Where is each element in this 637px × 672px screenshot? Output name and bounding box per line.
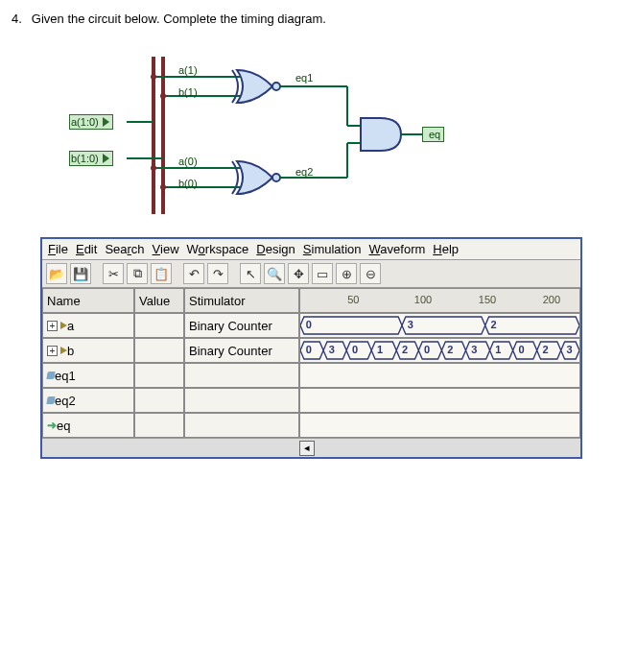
select-icon[interactable]: ▭ — [312, 263, 333, 284]
ruler-tick-150: 150 — [479, 294, 496, 305]
bus-value: 3 — [567, 344, 573, 355]
signal-name-eq1[interactable]: eq1 — [42, 363, 134, 388]
toolbar: 📂 💾 ✂ ⧉ 📋 ↶ ↷ ↖ 🔍 ✥ ▭ ⊕ ⊖ — [42, 260, 580, 288]
wave-icon — [46, 372, 55, 379]
wire-a0-label: a(0) — [178, 156, 198, 167]
paste-icon[interactable]: 📋 — [151, 263, 172, 284]
signal-value-eq2[interactable] — [134, 388, 184, 413]
open-icon[interactable]: 📂 — [46, 263, 67, 284]
svg-point-19 — [151, 165, 156, 171]
port-b: b(1:0) — [69, 151, 113, 166]
bus-value: 3 — [329, 344, 335, 355]
menubar: File Edit Search View Workspace Design S… — [42, 239, 580, 260]
signal-row-eq: ➜ eq — [42, 413, 580, 438]
signal-stim-eq[interactable] — [184, 413, 299, 438]
zoom-out-icon[interactable]: ⊖ — [360, 263, 381, 284]
menu-edit[interactable]: Edit — [76, 242, 97, 256]
menu-file[interactable]: File — [48, 242, 68, 256]
svg-point-9 — [272, 174, 280, 181]
port-eq-label: eq — [429, 129, 440, 140]
ruler-tick-50: 50 — [347, 294, 359, 305]
menu-workspace[interactable]: Workspace — [187, 242, 249, 256]
time-ruler[interactable]: 50 100 150 200 — [299, 288, 580, 313]
wave-eq2[interactable] — [299, 388, 580, 413]
horizontal-scrollbar[interactable]: ◂ — [42, 438, 580, 457]
signal-value-eq1[interactable] — [134, 363, 184, 388]
expand-icon[interactable]: + — [47, 346, 58, 356]
copy-icon[interactable]: ⧉ — [127, 263, 148, 284]
wave-a[interactable]: 032 — [299, 313, 580, 338]
wave-icon — [46, 396, 55, 404]
cut-icon[interactable]: ✂ — [103, 263, 124, 284]
menu-design[interactable]: Design — [256, 242, 295, 256]
question-text: Given the circuit below. Complete the ti… — [32, 12, 326, 26]
port-eq: eq — [422, 127, 444, 142]
ruler-tick-200: 200 — [543, 294, 560, 305]
bus-value: 0 — [518, 344, 524, 355]
wire-b1-label: b(1) — [178, 86, 198, 98]
bus-icon — [60, 347, 67, 354]
svg-point-20 — [160, 184, 166, 190]
menu-search[interactable]: Search — [105, 242, 144, 256]
wire-eq2-label: eq2 — [295, 166, 313, 178]
menu-help[interactable]: Help — [433, 242, 459, 256]
bus-icon — [60, 322, 67, 329]
wire-b0-label: b(0) — [178, 178, 198, 189]
col-value[interactable]: Value — [134, 288, 184, 313]
bus-value: 2 — [490, 319, 496, 330]
signal-name-eq2[interactable]: eq2 — [42, 388, 134, 413]
redo-icon[interactable]: ↷ — [207, 263, 228, 284]
bus-value: 0 — [306, 319, 312, 330]
signal-label: eq — [57, 419, 70, 433]
port-b-label: b(1:0) — [71, 153, 99, 164]
waveform-window: File Edit Search View Workspace Design S… — [40, 237, 582, 459]
bus-value: 0 — [306, 344, 312, 355]
scroll-left-icon[interactable]: ◂ — [299, 441, 315, 456]
bus-value: 2 — [402, 344, 408, 355]
wave-eq[interactable] — [299, 413, 580, 438]
signal-name-eq[interactable]: ➜ eq — [42, 413, 134, 438]
svg-point-17 — [151, 74, 156, 80]
port-a: a(1:0) — [69, 114, 113, 130]
menu-simulation[interactable]: Simulation — [303, 242, 362, 256]
output-icon: ➜ — [47, 419, 57, 432]
undo-icon[interactable]: ↶ — [183, 263, 204, 284]
col-stimulator[interactable]: Stimulator — [184, 288, 299, 313]
bus-value: 2 — [447, 344, 453, 355]
bus-value: 0 — [424, 344, 430, 355]
bus-value: 1 — [495, 344, 501, 355]
menu-view[interactable]: View — [153, 242, 179, 256]
col-name[interactable]: Name — [42, 288, 134, 313]
move-icon[interactable]: ✥ — [288, 263, 309, 284]
signal-stim-eq2[interactable] — [184, 388, 299, 413]
save-icon[interactable]: 💾 — [70, 263, 91, 284]
svg-point-18 — [160, 93, 166, 99]
bus-value: 2 — [542, 344, 548, 355]
signal-stim-b[interactable]: Binary Counter — [184, 338, 299, 363]
bus-value: 0 — [352, 344, 358, 355]
signal-stim-a[interactable]: Binary Counter — [184, 313, 299, 338]
signal-stim-eq1[interactable] — [184, 363, 299, 388]
wave-eq1[interactable] — [299, 363, 580, 388]
zoom-in-icon[interactable]: ⊕ — [336, 263, 357, 284]
bus-value: 3 — [471, 344, 477, 355]
signal-name-a[interactable]: + a — [42, 313, 134, 338]
signal-value-b[interactable] — [134, 338, 184, 363]
signal-value-a[interactable] — [134, 313, 184, 338]
signal-row-eq2: eq2 — [42, 388, 580, 413]
signal-name-b[interactable]: + b — [42, 338, 134, 363]
menu-waveform[interactable]: Waveform — [369, 242, 426, 256]
signal-row-a: + aBinary Counter032 — [42, 313, 580, 338]
signal-value-eq[interactable] — [134, 413, 184, 438]
signal-label: a — [67, 319, 74, 333]
search-icon[interactable]: 🔍 — [264, 263, 285, 284]
question-number: 4. — [12, 12, 22, 26]
signal-label: eq1 — [55, 369, 76, 383]
signal-row-b: + bBinary Counter030120231023 — [42, 338, 580, 363]
signal-label: b — [67, 344, 74, 358]
cursor-icon[interactable]: ↖ — [240, 263, 261, 284]
expand-icon[interactable]: + — [47, 321, 58, 331]
wave-b[interactable]: 030120231023 — [299, 338, 580, 363]
wire-eq1-label: eq1 — [295, 72, 313, 84]
bus-value: 1 — [377, 344, 383, 355]
